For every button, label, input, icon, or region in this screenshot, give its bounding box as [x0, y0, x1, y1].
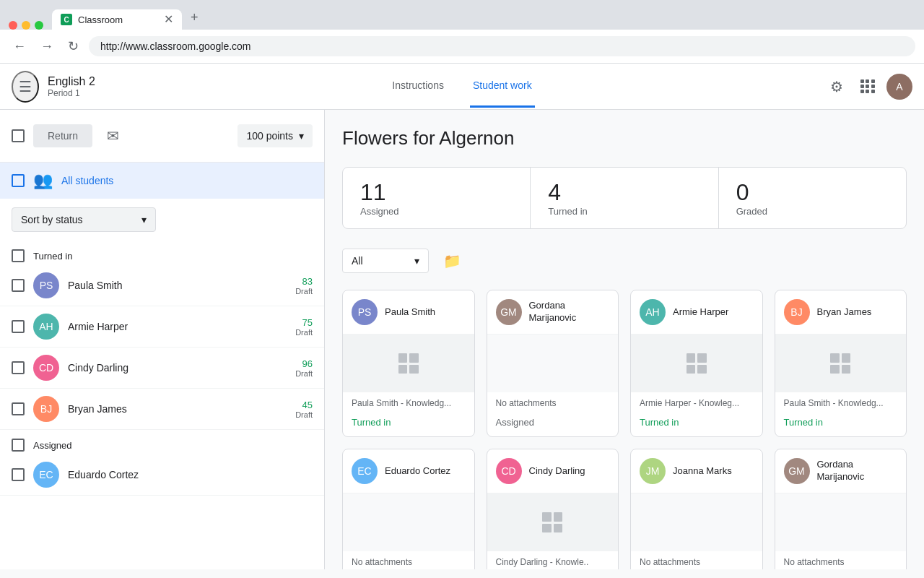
- browser-tab-active[interactable]: C Classroom ✕: [52, 9, 182, 30]
- student-grade-armie-harper: 75 Draft: [295, 317, 313, 337]
- grade-value-paula-smith: 83: [295, 276, 313, 287]
- student-row-bryan-james[interactable]: BJ Bryan James 45 Draft: [0, 389, 324, 430]
- student-name-cindy-darling: Cindy Darling: [68, 362, 287, 374]
- grade-value-bryan-james: 45: [295, 400, 313, 410]
- card-thumbnail-gordana-marijanovic: [487, 335, 619, 392]
- header-left: ☰ English 2 Period 1: [12, 71, 156, 103]
- student-row-eduardo-cortez[interactable]: EC Eduardo Cortez: [0, 454, 324, 496]
- avatar-initials: A: [896, 81, 902, 92]
- student-row-cindy-darling[interactable]: CD Cindy Darling 96 Draft: [0, 348, 324, 389]
- card-thumbnail-gordana-marijanovic-2: [775, 493, 907, 551]
- grade-status-armie-harper: Draft: [295, 328, 313, 337]
- card-avatar-joanna-marks: JM: [640, 458, 666, 484]
- sidebar: Return ✉ 100 points ▾ 👥 All students Sor…: [0, 110, 325, 569]
- browser-chrome: C Classroom ✕ + ← → ↻: [0, 0, 924, 64]
- forward-button[interactable]: →: [36, 36, 58, 57]
- student-avatar-eduardo-cortez: EC: [33, 462, 59, 488]
- card-thumbnail-eduardo-cortez: [343, 493, 474, 551]
- student-checkbox-cindy-darling[interactable]: [12, 361, 25, 374]
- student-name-eduardo-cortez: Eduardo Cortez: [68, 469, 313, 480]
- card-attachment-armie-harper: Armie Harper - Knowleg...: [631, 392, 762, 414]
- traffic-light-green[interactable]: [35, 21, 43, 30]
- card-bryan-james[interactable]: BJ Bryan James Paula Smith - Knowledg...…: [775, 290, 907, 437]
- card-attachment-cindy-darling: Cindy Darling - Knowle..: [487, 551, 619, 569]
- student-avatar-armie-harper: AH: [33, 314, 59, 340]
- student-row-armie-harper[interactable]: AH Armie Harper 75 Draft: [0, 306, 324, 348]
- card-thumbnail-joanna-marks: [631, 493, 762, 551]
- student-checkbox-paula-smith[interactable]: [12, 279, 25, 292]
- student-grade-paula-smith: 83 Draft: [295, 276, 313, 296]
- card-name-bryan-james: Bryan James: [817, 306, 872, 319]
- stat-assigned-label: Assigned: [360, 206, 398, 217]
- card-avatar-gordana-marijanovic: GM: [496, 299, 522, 325]
- card-header-cindy-darling: CD Cindy Darling: [487, 449, 619, 493]
- sort-selector[interactable]: Sort by status ▾: [12, 207, 156, 232]
- points-selector[interactable]: 100 points ▾: [237, 124, 313, 147]
- student-checkbox-armie-harper[interactable]: [12, 320, 25, 333]
- card-gordana-marijanovic[interactable]: GM Gordana Marijanovic No attachments As…: [487, 290, 619, 437]
- stat-turned-in-label: Turned in: [548, 206, 587, 217]
- card-status-paula-smith: Turned in: [343, 414, 474, 436]
- card-avatar-eduardo-cortez: EC: [352, 458, 378, 484]
- folder-button[interactable]: 📁: [437, 246, 467, 275]
- card-gordana-marijanovic-2[interactable]: GM Gordana Marijanovic No attachments: [775, 449, 907, 569]
- user-avatar[interactable]: A: [886, 74, 912, 100]
- card-status-gordana-marijanovic: Assigned: [487, 414, 619, 436]
- student-row-paula-smith[interactable]: PS Paula Smith 83 Draft: [0, 265, 324, 306]
- course-name: English 2: [48, 75, 95, 88]
- stat-graded: 0 Graded: [719, 168, 906, 228]
- settings-button[interactable]: ⚙: [824, 72, 849, 101]
- card-paula-smith[interactable]: PS Paula Smith Paula Smith - Knowledg...…: [342, 290, 475, 437]
- all-students-row[interactable]: 👥 All students: [0, 163, 324, 199]
- turned-in-checkbox[interactable]: [12, 249, 25, 262]
- card-thumbnail-cindy-darling: [487, 493, 619, 551]
- card-header-gordana-marijanovic: GM Gordana Marijanovic: [487, 290, 619, 335]
- mail-button[interactable]: ✉: [101, 121, 125, 150]
- traffic-light-yellow[interactable]: [22, 21, 30, 30]
- card-cindy-darling[interactable]: CD Cindy Darling Cindy Darling - Knowle.…: [487, 449, 619, 569]
- filter-selector[interactable]: All ▾: [342, 249, 429, 273]
- student-grade-bryan-james: 45 Draft: [295, 400, 313, 419]
- all-students-checkbox[interactable]: [12, 174, 25, 187]
- folder-icon: 📁: [443, 253, 461, 269]
- new-tab-button[interactable]: +: [185, 6, 204, 30]
- tab-close-button[interactable]: ✕: [164, 14, 173, 25]
- apps-grid-icon: [860, 79, 875, 94]
- stat-assigned: 11 Assigned: [343, 168, 531, 228]
- sort-row: Sort by status ▾: [0, 199, 324, 241]
- stats-row: 11 Assigned 4 Turned in 0 Graded: [342, 167, 907, 229]
- card-joanna-marks[interactable]: JM Joanna Marks No attachments: [630, 449, 763, 569]
- return-button[interactable]: Return: [33, 124, 92, 147]
- sidebar-checkbox[interactable]: [12, 129, 25, 142]
- student-checkbox-eduardo-cortez[interactable]: [12, 468, 25, 481]
- reload-button[interactable]: ↻: [64, 35, 83, 57]
- filter-dropdown-icon: ▾: [414, 255, 419, 267]
- card-armie-harper[interactable]: AH Armie Harper Armie Harper - Knowleg..…: [630, 290, 763, 437]
- student-name-armie-harper: Armie Harper: [68, 321, 287, 332]
- assigned-checkbox[interactable]: [12, 439, 25, 452]
- apps-button[interactable]: [855, 74, 881, 100]
- card-eduardo-cortez[interactable]: EC Eduardo Cortez No attachments: [342, 449, 475, 569]
- card-thumbnail-armie-harper: [631, 335, 762, 392]
- student-avatar-bryan-james: BJ: [33, 396, 59, 422]
- card-avatar-paula-smith: PS: [352, 299, 378, 325]
- card-header-gordana-marijanovic-2: GM Gordana Marijanovic: [775, 449, 907, 493]
- card-name-gordana-marijanovic-2: Gordana Marijanovic: [817, 459, 898, 483]
- tab-instructions[interactable]: Instructions: [389, 65, 447, 108]
- back-button[interactable]: ←: [9, 36, 30, 57]
- card-header-joanna-marks: JM Joanna Marks: [631, 449, 762, 493]
- tab-student-work[interactable]: Student work: [470, 65, 535, 108]
- section-assigned-header: Assigned: [0, 430, 324, 454]
- points-label: 100 points: [246, 130, 293, 142]
- section-turned-in-header: Turned in: [0, 241, 324, 265]
- card-header-armie-harper: AH Armie Harper: [631, 290, 762, 335]
- hamburger-menu-button[interactable]: ☰: [12, 71, 39, 103]
- sidebar-actions: Return ✉ 100 points ▾: [0, 110, 324, 163]
- content-area: Flowers for Algernon 11 Assigned 4 Turne…: [325, 110, 924, 569]
- card-status-armie-harper: Turned in: [631, 414, 762, 436]
- address-bar[interactable]: [89, 36, 915, 56]
- course-period: Period 1: [48, 88, 95, 98]
- traffic-light-red[interactable]: [9, 21, 17, 30]
- card-attachment-paula-smith: Paula Smith - Knowledg...: [343, 392, 474, 414]
- student-checkbox-bryan-james[interactable]: [12, 402, 25, 415]
